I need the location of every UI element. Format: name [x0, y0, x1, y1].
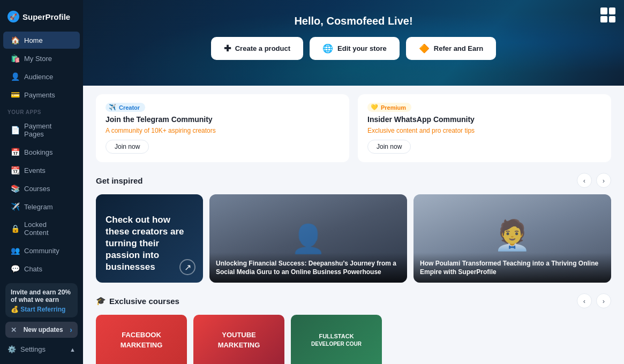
courses-section-title: 🎓 Exclusive courses: [96, 296, 179, 306]
refer-earn-button[interactable]: 🔶 Refer and Earn: [406, 37, 496, 60]
inspired-prev-button[interactable]: ‹: [577, 173, 592, 188]
bookings-icon: 📅: [11, 148, 19, 156]
inspired-photo-card-2[interactable]: How Poulami Transformed Teaching into a …: [414, 194, 611, 283]
settings-icon: ⚙️: [7, 345, 16, 353]
courses-next-button[interactable]: ›: [596, 293, 611, 308]
arrow-right-icon: ›: [70, 325, 72, 334]
sidebar-item-locked-content[interactable]: 🔒 Locked Content: [3, 216, 80, 241]
card-overlay-1: Unlocking Financial Success: Deepanshu's…: [209, 253, 407, 283]
creator-badge: ✈️ Creator: [106, 103, 145, 112]
edit-store-button[interactable]: 🌐 Edit your store: [310, 37, 400, 60]
courses-section-header: 🎓 Exclusive courses ‹ ›: [96, 293, 611, 308]
sidebar-item-home[interactable]: 🏠 Home: [3, 32, 80, 49]
course-thumb-facebook: FACEBOOK MARKETING: [96, 315, 187, 364]
sidebar-label-payment-pages: Payment Pages: [24, 122, 72, 138]
sidebar-label-courses: Courses: [24, 185, 50, 193]
sidebar-label-audience: Audience: [24, 73, 53, 81]
arrow-circle-icon: ↗: [179, 259, 196, 275]
inspired-next-button[interactable]: ›: [596, 173, 611, 188]
logo-icon: 🚀: [7, 11, 19, 22]
app-name: SuperProfile: [22, 12, 70, 21]
audience-icon: 👤: [11, 72, 19, 81]
sidebar-item-audience[interactable]: 👤 Audience: [3, 68, 80, 85]
course-card-youtube[interactable]: YOUTUBE MARKETING YouTube Marketing: [193, 315, 284, 364]
sidebar-item-community[interactable]: 👥 Community: [3, 242, 80, 259]
chevron-down-icon: ▲: [70, 346, 76, 353]
home-icon: 🏠: [11, 36, 19, 44]
sidebar-label-telegram: Telegram: [24, 203, 52, 211]
sidebar-item-courses[interactable]: 📚 Courses: [3, 180, 80, 197]
inspired-photo-card-1[interactable]: Unlocking Financial Success: Deepanshu's…: [209, 194, 407, 283]
payments-icon: 💳: [11, 90, 19, 99]
settings-label: Settings: [20, 345, 46, 353]
sidebar-label-home: Home: [24, 36, 43, 44]
store-icon: 🛍️: [11, 54, 19, 63]
sidebar-item-my-store[interactable]: 🛍️ My Store: [3, 50, 80, 67]
referral-title: Invite and earn 20% of what we earn: [11, 289, 72, 304]
refer-icon: 🔶: [419, 43, 430, 54]
main-content: Hello, Cosmofeed Live! ✚ Create a produc…: [83, 0, 624, 364]
courses-nav-arrows: ‹ ›: [577, 293, 611, 308]
new-updates-label: New updates: [24, 326, 63, 333]
telegram-community-card: ✈️ Creator Join the Telegram Community A…: [96, 94, 349, 162]
inspired-main-card[interactable]: Check out how these creators are turning…: [96, 194, 203, 283]
events-icon: 📆: [11, 166, 19, 175]
course-card-facebook[interactable]: FACEBOOK MARKETING Facebook Marketing: [96, 315, 187, 364]
inspired-section-header: Get inspired ‹ ›: [96, 173, 611, 188]
sidebar-item-events[interactable]: 📆 Events: [3, 162, 80, 179]
sidebar-label-events: Events: [24, 166, 46, 175]
new-updates-bar[interactable]: ✕ New updates ›: [5, 322, 78, 338]
action-buttons: ✚ Create a product 🌐 Edit your store 🔶 R…: [99, 37, 608, 60]
sidebar-label-my-store: My Store: [24, 55, 52, 63]
sidebar-item-payments[interactable]: 💳 Payments: [3, 86, 80, 103]
sidebar-label-locked-content: Locked Content: [24, 221, 72, 237]
sidebar-label-payments: Payments: [24, 91, 55, 99]
telegram-icon: ✈️: [11, 202, 19, 211]
sidebar-label-chats: Chats: [24, 265, 42, 273]
card-overlay-2: How Poulami Transformed Teaching into a …: [414, 253, 611, 283]
whatsapp-join-button[interactable]: Join now: [367, 140, 411, 154]
hero-banner: Hello, Cosmofeed Live! ✚ Create a produc…: [83, 0, 624, 86]
referral-box: Invite and earn 20% of what we earn 💰 St…: [5, 283, 78, 317]
course-thumb-fullstack: FULLSTACK DEVELOPER COUR: [291, 315, 382, 364]
sidebar-label-community: Community: [24, 247, 59, 255]
courses-cards: FACEBOOK MARKETING Facebook Marketing YO…: [96, 315, 611, 364]
app-logo[interactable]: 🚀 SuperProfile: [0, 6, 83, 31]
sidebar-item-bookings[interactable]: 📅 Bookings: [3, 143, 80, 161]
whatsapp-card-title: Insider WhatsApp Community: [367, 115, 602, 124]
community-cards: ✈️ Creator Join the Telegram Community A…: [96, 94, 611, 162]
sidebar-item-settings[interactable]: ⚙️ Settings ▲: [0, 341, 83, 358]
whatsapp-card-desc: Exclusive content and pro creator tips: [367, 127, 602, 134]
inspired-section-title: Get inspired: [96, 176, 143, 185]
referral-emoji: 💰: [11, 306, 19, 313]
inspired-nav-arrows: ‹ ›: [577, 173, 611, 188]
referral-link[interactable]: 💰 Start Referring: [11, 306, 72, 313]
content-area: ✈️ Creator Join the Telegram Community A…: [83, 86, 624, 364]
create-product-button[interactable]: ✚ Create a product: [211, 37, 303, 60]
sidebar-item-chats[interactable]: 💬 Chats: [3, 260, 80, 277]
courses-emoji: 🎓: [96, 296, 106, 306]
sidebar-item-payment-pages[interactable]: 📄 Payment Pages: [3, 118, 80, 142]
sidebar: 🚀 SuperProfile 🏠 Home 🛍️ My Store 👤 Audi…: [0, 0, 83, 364]
sidebar-label-bookings: Bookings: [24, 148, 52, 156]
premium-badge: 💛 Premium: [367, 103, 411, 112]
plus-icon: ✚: [224, 43, 231, 54]
sidebar-item-telegram[interactable]: ✈️ Telegram: [3, 198, 80, 215]
locked-content-icon: 🔒: [11, 224, 19, 233]
telegram-card-title: Join the Telegram Community: [106, 115, 340, 124]
telegram-card-desc: A community of 10K+ aspiring creators: [106, 127, 340, 134]
course-card-fullstack[interactable]: FULLSTACK DEVELOPER COUR Full Stack Deve…: [291, 315, 382, 364]
premium-badge-icon: 💛: [371, 104, 378, 111]
courses-prev-button[interactable]: ‹: [577, 293, 592, 308]
chats-icon: 💬: [11, 264, 19, 273]
telegram-badge-icon: ✈️: [109, 104, 116, 111]
inspired-cards: Check out how these creators are turning…: [96, 194, 611, 283]
card-overlay-text-2: How Poulami Transformed Teaching into a …: [420, 259, 605, 276]
telegram-join-button[interactable]: Join now: [106, 140, 149, 154]
card-overlay-text-1: Unlocking Financial Success: Deepanshu's…: [216, 259, 401, 276]
whatsapp-community-card: 💛 Premium Insider WhatsApp Community Exc…: [358, 94, 611, 162]
community-icon: 👥: [11, 246, 19, 255]
payment-pages-icon: 📄: [11, 126, 19, 134]
close-icon[interactable]: ✕: [11, 326, 17, 334]
section-your-apps: YOUR APPS: [0, 104, 83, 117]
